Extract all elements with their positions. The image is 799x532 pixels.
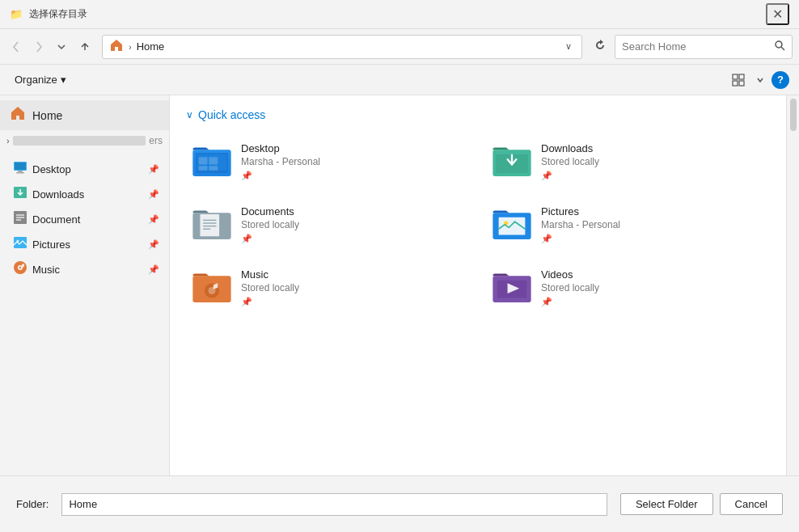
bottom-buttons: Select Folder Cancel xyxy=(620,493,783,515)
title-text: 选择保存目录 xyxy=(29,7,766,21)
folder-label: Folder: xyxy=(16,498,49,510)
sidebar-item-documents[interactable]: Document 📌 xyxy=(3,207,166,231)
address-bar[interactable]: › Home ∨ xyxy=(102,35,582,59)
sidebar-downloads-label: Downloads xyxy=(32,188,143,201)
pictures-icon xyxy=(13,235,27,253)
title-bar: 📁 选择保存目录 ✕ xyxy=(0,0,799,29)
folder-input[interactable] xyxy=(61,493,607,516)
svg-rect-3 xyxy=(733,74,738,79)
sidebar-music-label: Music xyxy=(32,264,143,276)
svg-rect-32 xyxy=(200,214,219,236)
music-folder-name: Music xyxy=(241,268,299,281)
address-path: Home xyxy=(137,40,557,53)
section-header: ∨ Quick access xyxy=(186,108,770,121)
svg-line-2 xyxy=(781,47,784,50)
documents-folder-icon xyxy=(192,204,231,243)
collapse-arrow[interactable]: ∨ xyxy=(186,109,193,120)
bottom-bar: Folder: Select Folder Cancel xyxy=(0,475,799,532)
desktop-icon xyxy=(13,160,27,178)
folder-item-desktop[interactable]: Desktop Marsha - Personal 📌 xyxy=(186,134,470,191)
videos-folder-pin: 📌 xyxy=(541,297,599,307)
desktop-pin-icon: 📌 xyxy=(148,164,159,175)
forward-button[interactable] xyxy=(29,37,49,57)
desktop-folder-pin: 📌 xyxy=(241,171,320,181)
videos-folder-name: Videos xyxy=(541,268,599,281)
refresh-button[interactable] xyxy=(589,36,611,58)
music-folder-icon xyxy=(192,267,231,306)
address-home-icon xyxy=(109,38,124,56)
music-folder-info: Music Stored locally 📌 xyxy=(241,267,299,307)
title-icon: 📁 xyxy=(10,8,23,21)
videos-folder-info: Videos Stored locally 📌 xyxy=(541,267,599,307)
downloads-pin-icon: 📌 xyxy=(148,189,159,200)
user-label-end: ers xyxy=(149,135,163,146)
sidebar-expand[interactable]: › ers xyxy=(0,132,169,150)
expand-arrow: › xyxy=(6,136,10,146)
close-button[interactable]: ✕ xyxy=(766,3,789,25)
folder-item-documents[interactable]: Documents Stored locally 📌 xyxy=(186,197,470,254)
downloads-folder-name: Downloads xyxy=(541,142,599,154)
blurred-user-item xyxy=(13,136,146,146)
desktop-folder-sub: Marsha - Personal xyxy=(241,156,320,167)
sidebar-item-music[interactable]: Music 📌 xyxy=(3,257,166,281)
svg-rect-26 xyxy=(209,157,218,164)
desktop-folder-icon xyxy=(192,141,231,179)
sidebar-desktop-label: Desktop xyxy=(32,163,143,175)
recent-button[interactable] xyxy=(52,37,71,57)
sidebar-item-pictures[interactable]: Pictures 📌 xyxy=(3,232,166,256)
music-pin-icon: 📌 xyxy=(148,264,159,275)
folder-item-downloads[interactable]: Downloads Stored locally 📌 xyxy=(486,134,770,191)
svg-rect-28 xyxy=(209,166,218,170)
organize-button[interactable]: Organize ▾ xyxy=(10,71,71,88)
folder-item-pictures[interactable]: Pictures Marsha - Personal 📌 xyxy=(486,197,770,254)
up-button[interactable] xyxy=(74,38,95,56)
documents-pin-icon: 📌 xyxy=(148,214,159,225)
svg-rect-8 xyxy=(18,171,23,172)
documents-icon xyxy=(13,210,27,228)
folder-item-music[interactable]: Music Stored locally 📌 xyxy=(186,260,470,317)
help-button[interactable]: ? xyxy=(772,71,789,89)
documents-folder-info: Documents Stored locally 📌 xyxy=(241,204,299,244)
pictures-folder-info: Pictures Marsha - Personal 📌 xyxy=(541,204,620,244)
scrollbar[interactable] xyxy=(786,95,799,475)
folder-item-videos[interactable]: Videos Stored locally 📌 xyxy=(486,260,770,317)
svg-rect-9 xyxy=(16,172,24,174)
search-input[interactable] xyxy=(622,40,769,53)
svg-point-1 xyxy=(776,41,782,48)
svg-rect-25 xyxy=(199,157,208,164)
music-folder-sub: Stored locally xyxy=(241,282,299,293)
nav-bar: › Home ∨ xyxy=(0,29,799,65)
documents-folder-name: Documents xyxy=(241,205,299,217)
downloads-folder-pin: 📌 xyxy=(541,171,599,181)
desktop-folder-name: Desktop xyxy=(241,142,320,154)
svg-rect-10 xyxy=(15,163,26,170)
sidebar-item-desktop[interactable]: Desktop 📌 xyxy=(3,157,166,181)
toolbar: Organize ▾ ? xyxy=(0,65,799,95)
organize-arrow: ▾ xyxy=(61,74,66,86)
main-content: Home › ers Desktop 📌 xyxy=(0,95,799,475)
organize-label: Organize xyxy=(15,74,57,86)
back-button[interactable] xyxy=(6,37,26,57)
view-button[interactable] xyxy=(728,71,749,89)
home-label: Home xyxy=(32,109,62,122)
svg-rect-27 xyxy=(199,166,208,170)
downloads-folder-info: Downloads Stored locally 📌 xyxy=(541,141,599,181)
sidebar-documents-label: Document xyxy=(32,213,143,226)
search-box[interactable] xyxy=(615,35,793,59)
pictures-folder-sub: Marsha - Personal xyxy=(541,219,620,230)
svg-point-20 xyxy=(19,267,21,268)
cancel-button[interactable]: Cancel xyxy=(720,493,783,515)
address-dropdown-button[interactable]: ∨ xyxy=(562,40,575,53)
pictures-pin-icon: 📌 xyxy=(148,239,159,250)
pictures-folder-icon xyxy=(493,204,531,243)
view-dropdown-button[interactable] xyxy=(752,74,768,87)
sidebar-item-home[interactable]: Home xyxy=(0,100,169,130)
svg-rect-4 xyxy=(739,74,744,79)
svg-rect-0 xyxy=(115,47,118,51)
home-icon xyxy=(10,105,26,125)
sidebar-item-downloads[interactable]: Downloads 📌 xyxy=(3,182,166,206)
sidebar: Home › ers Desktop 📌 xyxy=(0,95,170,475)
file-area: ∨ Quick access xyxy=(170,95,786,475)
select-folder-button[interactable]: Select Folder xyxy=(620,493,713,515)
music-icon xyxy=(13,260,27,278)
